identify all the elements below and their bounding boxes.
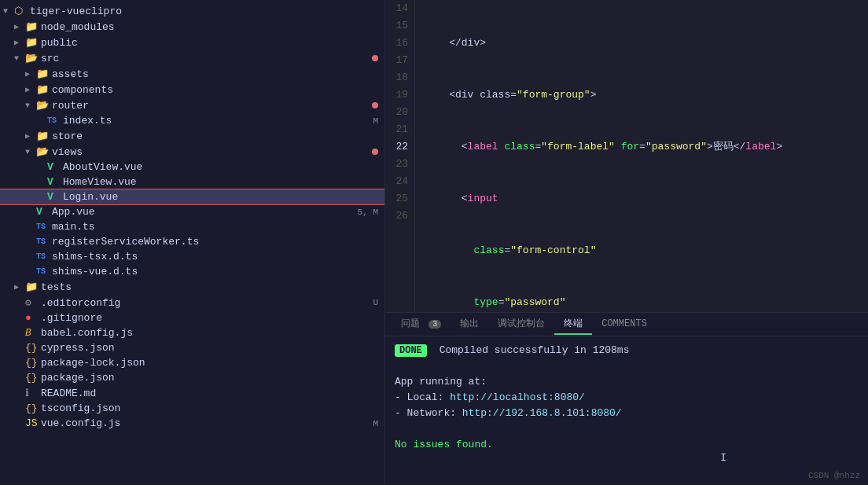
terminal-body: DONE Compiled successfully in 1208ms App… (385, 336, 868, 485)
vue-icon: V (47, 176, 60, 188)
code-line-15: <div class="form-group"> (425, 86, 868, 104)
sidebar-item-vueconfig[interactable]: JS vue.config.js M (0, 416, 384, 431)
vue-icon: V (36, 206, 49, 218)
sidebar-item-root[interactable]: ▼ ⬡ tiger-vueclipro (0, 3, 384, 19)
modified-dot (372, 55, 378, 61)
modified-dot (372, 149, 378, 155)
ts-icon: TS (36, 222, 49, 231)
sidebar-item-label: node_modules (41, 21, 384, 33)
compile-line: DONE Compiled successfully in 1208ms (395, 343, 859, 358)
sidebar-item-src[interactable]: ▼ 📂 src (0, 50, 384, 66)
sidebar-item-label: App.vue (52, 206, 358, 218)
babel-icon: B (25, 327, 38, 339)
js-icon: JS (25, 417, 38, 429)
sidebar-item-label: HomeView.vue (63, 176, 384, 188)
sidebar-item-babelconfig[interactable]: B babel.config.js (0, 325, 384, 340)
local-url[interactable]: http://localhost:8080/ (450, 391, 585, 403)
json-icon: {} (25, 357, 38, 369)
network-url[interactable]: http://192.168.8.101:8080/ (462, 407, 622, 419)
terminal-tabs: 问题 3 输出 调试控制台 终端 COMMENTS (385, 313, 868, 336)
ts-icon: TS (36, 237, 49, 246)
sidebar-item-node-modules[interactable]: ▶ 📁 node_modules (0, 19, 384, 35)
git-icon: ● (25, 312, 38, 324)
sidebar-item-label: package-lock.json (41, 357, 384, 369)
git-badge: M (373, 116, 378, 126)
sidebar-item-cypress[interactable]: {} cypress.json (0, 340, 384, 355)
sidebar-item-tests[interactable]: ▶ 📁 tests (0, 279, 384, 295)
vue-icon: V (47, 191, 60, 203)
sidebar-item-label: .gitignore (41, 312, 384, 324)
ts-icon: TS (36, 252, 49, 261)
code-editor: 14 15 16 17 18 19 20 21 22 23 24 25 26 <… (385, 0, 868, 312)
sidebar-item-label: shims-vue.d.ts (52, 266, 384, 277)
code-line-16: <label class="form-label" for="password"… (425, 138, 868, 156)
sidebar-item-label: public (41, 37, 384, 49)
sidebar-item-label: Login.vue (63, 191, 384, 203)
arrow-icon: ▶ (25, 69, 36, 79)
sidebar-item-components[interactable]: ▶ 📁 components (0, 82, 384, 97)
sidebar-item-label: .editorconfig (41, 297, 373, 309)
folder-open-icon: 📂 (36, 99, 49, 112)
ts-icon: TS (36, 267, 49, 276)
sidebar-item-store[interactable]: ▶ 📁 store (0, 128, 384, 144)
sidebar-item-shimstsx[interactable]: TS shims-tsx.d.ts (0, 249, 384, 264)
local-url-line: - Local: http://localhost:8080/ (395, 390, 859, 406)
code-content[interactable]: </div> <div class="form-group"> <label c… (415, 0, 868, 312)
tab-label: 终端 (564, 318, 583, 329)
sidebar-item-loginview[interactable]: V Login.vue (0, 189, 384, 204)
sidebar-item-label: router (52, 100, 372, 112)
app-running-text: App running at: (395, 376, 487, 388)
arrow-icon: ▶ (14, 38, 25, 47)
tab-problems[interactable]: 问题 3 (392, 314, 451, 335)
vue-icon: V (47, 161, 60, 173)
sidebar-item-package[interactable]: {} package.json (0, 370, 384, 385)
sidebar-item-tsconfig[interactable]: {} tsconfig.json (0, 401, 384, 416)
json-icon: {} (25, 342, 38, 354)
folder-icon: 📁 (25, 281, 38, 293)
ts-icon: TS (47, 116, 60, 125)
sidebar-item-label: README.md (41, 388, 384, 399)
sidebar-item-packagelock[interactable]: {} package-lock.json (0, 355, 384, 370)
sidebar-item-maints[interactable]: TS main.ts (0, 219, 384, 234)
sidebar-item-gitignore[interactable]: ● .gitignore (0, 310, 384, 325)
sidebar-item-label: AboutView.vue (63, 161, 384, 173)
sidebar-item-shimsvue[interactable]: TS shims-vue.d.ts (0, 264, 384, 279)
git-badge: 5, M (358, 208, 378, 217)
sidebar-item-label: registerServiceWorker.ts (52, 236, 384, 248)
sidebar-item-label: cypress.json (41, 342, 384, 354)
sidebar-item-aboutview[interactable]: V AboutView.vue (0, 160, 384, 175)
sidebar-item-router-index[interactable]: TS index.ts M (0, 113, 384, 128)
sidebar-item-assets[interactable]: ▶ 📁 assets (0, 66, 384, 82)
folder-icon: 📁 (36, 68, 49, 80)
sidebar-item-appvue[interactable]: V App.vue 5, M (0, 204, 384, 219)
arrow-icon: ▼ (25, 148, 36, 156)
sidebar-item-label: shims-tsx.d.ts (52, 251, 384, 263)
tab-output[interactable]: 输出 (451, 314, 488, 335)
folder-icon: ⬡ (14, 5, 27, 17)
folder-open-icon: 📂 (25, 52, 38, 64)
main-area: 14 15 16 17 18 19 20 21 22 23 24 25 26 <… (385, 0, 868, 485)
sidebar-item-router[interactable]: ▼ 📂 router (0, 97, 384, 113)
sidebar-item-label: store (52, 130, 384, 142)
code-line-18: class="form-control" (425, 242, 868, 259)
code-line-14: </div> (425, 35, 868, 52)
folder-icon: 📁 (36, 130, 49, 142)
sidebar-item-public[interactable]: ▶ 📁 public (0, 35, 384, 50)
tab-debug-console[interactable]: 调试控制台 (488, 314, 554, 335)
folder-open-icon: 📂 (36, 145, 49, 158)
sidebar-item-label: index.ts (63, 115, 373, 127)
sidebar-item-label: main.ts (52, 221, 384, 233)
tab-label: 调试控制台 (498, 318, 545, 329)
tab-label: COMMENTS (601, 318, 647, 329)
sidebar-item-homeview[interactable]: V HomeView.vue (0, 175, 384, 189)
code-line-17: <input (425, 190, 868, 208)
sidebar-item-label: vue.config.js (41, 417, 373, 429)
sidebar-item-views[interactable]: ▼ 📂 views (0, 144, 384, 160)
sidebar-item-editorconfig[interactable]: ⚙ .editorconfig U (0, 295, 384, 310)
tab-comments[interactable]: COMMENTS (592, 315, 657, 334)
sidebar-item-registerworker[interactable]: TS registerServiceWorker.ts (0, 234, 384, 249)
folder-icon: 📁 (25, 36, 38, 49)
sidebar-item-readme[interactable]: ℹ README.md (0, 385, 384, 401)
tab-terminal[interactable]: 终端 (554, 314, 592, 335)
arrow-icon: ▼ (14, 54, 25, 63)
